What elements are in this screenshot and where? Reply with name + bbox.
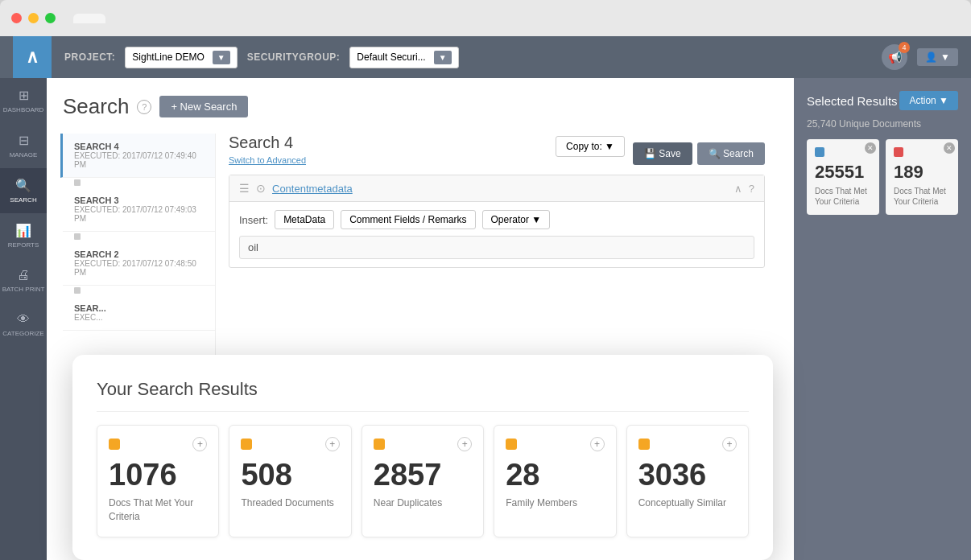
project-value: SightLine DEMO <box>132 51 204 63</box>
new-search-button[interactable]: + New Search <box>159 96 248 117</box>
tile-label-3: Near Duplicates <box>374 496 472 510</box>
sidebar-label-reports: REPORTS <box>8 241 39 249</box>
criteria-title[interactable]: Contentmetadata <box>272 183 353 195</box>
card-indicator-2 <box>894 147 903 157</box>
sidebar-item-search[interactable]: 🔍 SEARCH <box>0 168 47 213</box>
app-logo: ∧ <box>13 36 52 78</box>
reports-icon: 📊 <box>15 223 31 238</box>
sidebar-item-categorize[interactable]: 👁 CATEGORIZE <box>0 303 47 347</box>
search-value-field[interactable]: oil <box>239 236 754 259</box>
user-icon: 👤 <box>925 51 937 63</box>
tile-plus-3[interactable]: + <box>457 437 472 451</box>
tile-plus-4[interactable]: + <box>590 437 605 451</box>
tile-plus-2[interactable]: + <box>325 437 340 451</box>
user-menu-button[interactable]: 👤 ▼ <box>917 48 958 66</box>
tile-plus-1[interactable]: + <box>192 437 207 451</box>
tile-label-5: Conceptually Similar <box>638 496 737 510</box>
project-dropdown-arrow[interactable]: ▼ <box>213 51 230 64</box>
criteria-help-icon[interactable]: ? <box>749 183 754 195</box>
search4-title: SEARCH 4 <box>74 142 204 151</box>
search-detail-header: Search 4 Switch to Advanced Copy to: ▼ 💾… <box>229 134 765 167</box>
minimize-window-btn[interactable] <box>28 13 39 23</box>
project-select[interactable]: SightLine DEMO ▼ <box>125 47 237 68</box>
user-dropdown-arrow: ▼ <box>940 51 950 63</box>
search-list-item-2[interactable]: SEARCH 2 EXECUTED: 2017/07/12 07:48:50 P… <box>63 241 215 286</box>
security-group-select[interactable]: Default Securi... ▼ <box>349 47 458 68</box>
sidebar: ⊞ DASHBOARD ⊟ MANAGE 🔍 SEARCH 📊 REPORTS … <box>0 36 47 560</box>
criteria-box: ☰ ⊙ Contentmetadata ∧ ? Insert: MetaData <box>229 175 765 268</box>
comment-fields-button[interactable]: Comment Fields / Remarks <box>341 210 475 229</box>
drag-handle[interactable] <box>74 179 81 186</box>
search-detail-left: Search 4 Switch to Advanced <box>229 134 306 167</box>
dashboard-icon: ⊞ <box>19 88 29 103</box>
search-list-item-3[interactable]: SEARCH 3 EXECUTED: 2017/07/12 07:49:03 P… <box>63 187 215 232</box>
search2-date: EXECUTED: 2017/07/12 07:48:50 PM <box>74 259 204 277</box>
tile-plus-5[interactable]: + <box>722 437 737 451</box>
browser-tab[interactable] <box>73 14 105 23</box>
search2-title: SEARCH 2 <box>74 249 204 259</box>
tile-indicator-2 <box>241 439 252 450</box>
result-card-1: ✕ 25551 Docs That Met Your Criteria <box>807 139 879 215</box>
search-button[interactable]: 🔍 Search <box>697 142 765 165</box>
search-detail-title: Search 4 <box>229 134 306 152</box>
tile-indicator-3 <box>374 439 385 450</box>
sidebar-label-categorize: CATEGORIZE <box>2 330 43 337</box>
sidebar-item-dashboard[interactable]: ⊞ DASHBOARD <box>0 78 47 123</box>
save-button[interactable]: 💾 Save <box>633 142 692 165</box>
criteria-collapse-icon[interactable]: ∧ <box>734 183 742 195</box>
card-count-1: 25551 <box>815 162 871 183</box>
tile-label-1: Docs That Met Your Criteria <box>109 496 207 524</box>
criteria-toggle-icon[interactable]: ⊙ <box>256 182 266 195</box>
help-icon[interactable]: ? <box>137 100 151 114</box>
security-group-label: SECURITYGROUP: <box>247 51 341 63</box>
tile-count-4: 28 <box>506 459 604 490</box>
modal-title: Your Search Results <box>97 379 749 412</box>
switch-to-advanced-link[interactable]: Switch to Advanced <box>229 155 306 165</box>
search3-date: EXECUTED: 2017/07/12 07:49:03 PM <box>74 205 204 223</box>
right-panel-header: Selected Results Action ▼ <box>807 91 958 110</box>
page-title: Search <box>63 94 129 119</box>
search1-title: SEAR... <box>74 303 204 313</box>
search-results-modal: Your Search Results + 1076 Docs That Met… <box>72 355 773 560</box>
card-close-btn-1[interactable]: ✕ <box>865 142 876 154</box>
sidebar-item-manage[interactable]: ⊟ MANAGE <box>0 123 47 168</box>
search-list-item-4[interactable]: SEARCH 4 EXECUTED: 2017/07/12 07:49:40 P… <box>60 134 215 178</box>
close-window-btn[interactable] <box>11 13 22 23</box>
tile-threaded: + 508 Threaded Documents <box>229 425 351 537</box>
card-close-btn-2[interactable]: ✕ <box>944 142 955 154</box>
copy-to-button[interactable]: Copy to: ▼ <box>556 136 625 157</box>
top-bar-controls: PROJECT: SightLine DEMO ▼ SECURITYGROUP:… <box>64 44 958 70</box>
notifications-button[interactable]: 📢 4 <box>882 44 907 70</box>
result-cards: ✕ 25551 Docs That Met Your Criteria ✕ 18… <box>807 139 958 215</box>
drag-handle-2[interactable] <box>74 233 81 240</box>
drag-handle-3[interactable] <box>74 287 81 294</box>
tile-label-4: Family Members <box>506 496 604 510</box>
tile-docs-criteria: + 1076 Docs That Met Your Criteria <box>97 425 219 537</box>
top-bar-right: 📢 4 👤 ▼ <box>882 44 958 70</box>
search-list-item-1[interactable]: SEAR... EXEC... <box>63 295 215 331</box>
criteria-body: Insert: MetaData Comment Fields / Remark… <box>229 202 764 267</box>
tile-indicator-4 <box>506 439 517 450</box>
metadata-button[interactable]: MetaData <box>275 210 334 229</box>
sidebar-item-batch-print[interactable]: 🖨 BATCH PRINT <box>0 258 47 303</box>
sidebar-label-dashboard: DASHBOARD <box>3 106 44 113</box>
search-detail-right: Copy to: ▼ 💾 Save 🔍 Search <box>556 136 765 165</box>
sidebar-item-reports[interactable]: 📊 REPORTS <box>0 213 47 258</box>
tile-count-2: 508 <box>241 459 339 490</box>
security-group-value: Default Securi... <box>357 51 425 63</box>
operator-button[interactable]: Operator ▼ <box>482 210 551 229</box>
action-dropdown-button[interactable]: Action ▼ <box>899 91 958 110</box>
search-icon: 🔍 <box>15 178 31 193</box>
tile-indicator-1 <box>109 439 120 450</box>
criteria-drag-icon: ☰ <box>239 182 250 195</box>
maximize-window-btn[interactable] <box>45 13 56 23</box>
security-dropdown-arrow[interactable]: ▼ <box>434 51 452 64</box>
action-buttons: 💾 Save 🔍 Search <box>633 142 765 165</box>
search-header: Search ? + New Search <box>63 94 778 119</box>
window-chrome <box>0 0 971 36</box>
card-count-2: 189 <box>894 162 950 183</box>
search4-date: EXECUTED: 2017/07/12 07:49:40 PM <box>74 151 204 169</box>
tile-family: + 28 Family Members <box>494 425 616 537</box>
card-label-1: Docs That Met Your Criteria <box>815 186 871 207</box>
card-label-2: Docs That Met Your Criteria <box>894 186 950 207</box>
